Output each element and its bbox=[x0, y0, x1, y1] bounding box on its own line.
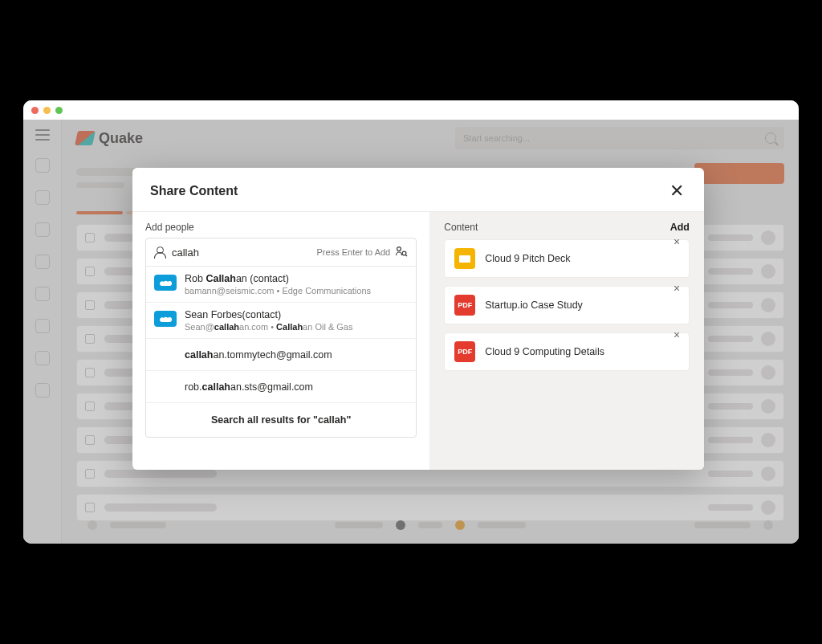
modal-header: Share Content ✕ bbox=[132, 168, 704, 211]
browser-window: Quake Start searching... bbox=[23, 100, 799, 544]
content-panel: Content Add × Cloud 9 Pitch Deck × PDF S… bbox=[429, 212, 704, 470]
nav-icon-3[interactable] bbox=[35, 222, 50, 237]
breadcrumb-sub-skeleton bbox=[76, 182, 124, 188]
pagination bbox=[62, 515, 799, 536]
global-search[interactable]: Start searching... bbox=[455, 127, 784, 149]
search-all-results[interactable]: Search all results for "callah" bbox=[146, 403, 416, 437]
option-title: callahan.tommytech@gmail.com bbox=[154, 349, 332, 361]
pager-page[interactable] bbox=[396, 520, 405, 530]
people-option[interactable]: callahan.tommytech@gmail.com bbox=[146, 339, 416, 371]
option-title: rob.callahan.sts@gmail.com bbox=[154, 381, 313, 393]
people-search-input[interactable]: callah Press Enter to Add bbox=[146, 238, 416, 266]
nav-icon-5[interactable] bbox=[35, 287, 50, 301]
add-people-label: Add people bbox=[145, 222, 417, 233]
app-header: Quake Start searching... bbox=[62, 120, 799, 157]
content-card[interactable]: × PDF Startup.io Case Study bbox=[444, 286, 690, 324]
checkbox[interactable] bbox=[85, 267, 95, 276]
pager-skeleton bbox=[110, 522, 166, 528]
option-subtitle: bamann@seismic.com • Edge Communications bbox=[185, 286, 371, 296]
people-option[interactable]: Sean Forbes(contact) Sean@callahan.com •… bbox=[146, 303, 416, 339]
app-logo: Quake bbox=[76, 130, 143, 147]
content-title: Cloud 9 Computing Details bbox=[485, 346, 604, 357]
nav-icon-1[interactable] bbox=[35, 158, 50, 173]
app-name: Quake bbox=[99, 130, 143, 147]
search-placeholder: Start searching... bbox=[463, 133, 530, 143]
pager-page-active[interactable] bbox=[455, 520, 465, 530]
checkbox[interactable] bbox=[85, 435, 95, 445]
pager-last[interactable] bbox=[763, 520, 773, 530]
people-input-value: callah bbox=[172, 247, 199, 259]
remove-content-icon[interactable]: × bbox=[671, 235, 682, 247]
content-label: Content bbox=[444, 222, 478, 233]
nav-icon-6[interactable] bbox=[35, 319, 50, 333]
add-content-button[interactable]: Add bbox=[670, 222, 690, 233]
person-icon bbox=[154, 247, 165, 258]
option-title: Sean Forbes(contact) bbox=[185, 309, 352, 320]
checkbox[interactable] bbox=[85, 401, 95, 411]
share-content-modal: Share Content ✕ Add people callah Press … bbox=[132, 168, 704, 470]
pager-skeleton bbox=[478, 522, 526, 528]
checkbox[interactable] bbox=[85, 233, 95, 243]
breadcrumb-skeleton bbox=[76, 168, 140, 176]
pager-first[interactable] bbox=[87, 520, 97, 530]
people-dropdown: Rob Callahan (contact) bamann@seismic.co… bbox=[146, 266, 416, 437]
svg-point-0 bbox=[397, 247, 401, 251]
close-icon[interactable]: ✕ bbox=[667, 182, 686, 200]
person-search-icon bbox=[395, 246, 408, 259]
left-nav-rail bbox=[23, 120, 62, 544]
checkbox[interactable] bbox=[85, 334, 95, 344]
checkbox[interactable] bbox=[85, 368, 95, 377]
logo-mark-icon bbox=[75, 131, 96, 145]
window-max-dot[interactable] bbox=[55, 107, 63, 114]
people-combobox: callah Press Enter to Add bbox=[145, 238, 417, 438]
primary-cta-button[interactable] bbox=[694, 163, 784, 184]
window-titlebar bbox=[23, 100, 799, 120]
option-subtitle: Sean@callahan.com • Callahan Oil & Gas bbox=[185, 322, 352, 332]
nav-icon-4[interactable] bbox=[35, 255, 50, 269]
content-title: Cloud 9 Pitch Deck bbox=[485, 253, 570, 264]
remove-content-icon[interactable]: × bbox=[671, 328, 682, 340]
people-option[interactable]: Rob Callahan (contact) bamann@seismic.co… bbox=[146, 267, 416, 303]
pdf-file-icon: PDF bbox=[454, 295, 475, 316]
nav-icon-7[interactable] bbox=[35, 351, 50, 365]
window-min-dot[interactable] bbox=[43, 107, 51, 114]
checkbox[interactable] bbox=[85, 469, 95, 479]
add-people-panel: Add people callah Press Enter to Add bbox=[132, 212, 429, 470]
content-title: Startup.io Case Study bbox=[485, 300, 583, 311]
content-card[interactable]: × PDF Cloud 9 Computing Details bbox=[444, 332, 690, 371]
people-input-hint: Press Enter to Add bbox=[317, 246, 409, 259]
checkbox[interactable] bbox=[85, 503, 95, 512]
nav-icon-8[interactable] bbox=[35, 383, 50, 397]
pager-skeleton bbox=[694, 522, 751, 528]
svg-point-1 bbox=[402, 251, 406, 255]
slides-file-icon bbox=[454, 248, 475, 269]
salesforce-icon bbox=[154, 275, 177, 291]
search-icon bbox=[765, 132, 776, 144]
search-all-label: Search all results for "callah" bbox=[211, 414, 351, 426]
modal-body: Add people callah Press Enter to Add bbox=[132, 212, 704, 470]
modal-title: Share Content bbox=[150, 184, 238, 198]
nav-icon-2[interactable] bbox=[35, 190, 50, 205]
checkbox[interactable] bbox=[85, 300, 95, 310]
window-close-dot[interactable] bbox=[31, 107, 39, 114]
content-card[interactable]: × Cloud 9 Pitch Deck bbox=[444, 239, 690, 278]
option-title: Rob Callahan (contact) bbox=[185, 273, 371, 284]
pdf-file-icon: PDF bbox=[454, 341, 475, 362]
people-option[interactable]: rob.callahan.sts@gmail.com bbox=[146, 371, 416, 403]
content-header: Content Add bbox=[444, 222, 690, 233]
remove-content-icon[interactable]: × bbox=[671, 282, 682, 293]
pager-skeleton bbox=[335, 522, 383, 528]
menu-icon[interactable] bbox=[35, 129, 50, 141]
pager-skeleton bbox=[418, 522, 442, 528]
tab-active[interactable] bbox=[76, 211, 123, 214]
salesforce-icon bbox=[154, 311, 177, 327]
